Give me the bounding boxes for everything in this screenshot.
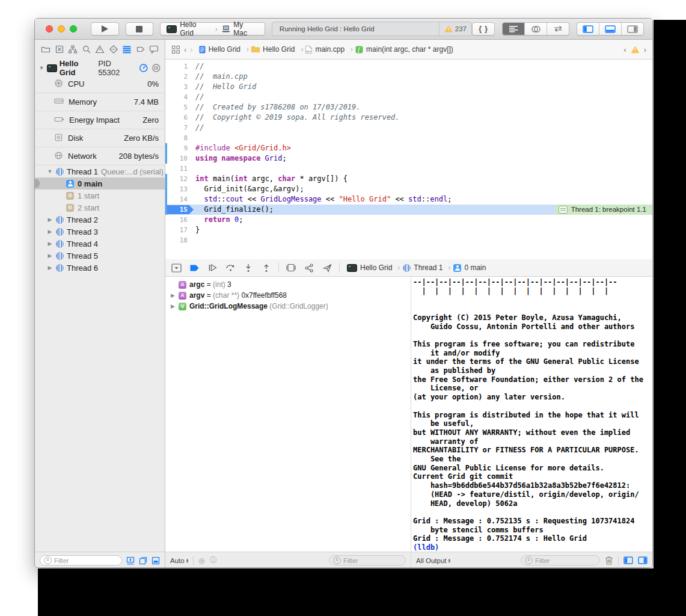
thread-row[interactable]: ▶Thread 6 <box>35 262 165 274</box>
step-out-button[interactable] <box>260 262 272 273</box>
debug-area-toggle[interactable] <box>599 23 621 35</box>
frame-row[interactable]: 2 start <box>35 202 165 214</box>
symbol-navigator-tab[interactable] <box>68 45 78 57</box>
scheme-selector[interactable]: Hello Grid › My Mac <box>160 22 265 35</box>
debug-crumb-process[interactable]: Hello Grid <box>347 263 400 272</box>
thread-row[interactable]: ▶Thread 3 <box>35 226 165 238</box>
code-review-button[interactable]: { } <box>472 22 495 35</box>
gauge-row-energy-impact[interactable]: Energy ImpactZero <box>35 111 165 129</box>
line-number[interactable]: 10 <box>165 153 188 164</box>
disclosure-closed-icon[interactable]: ▶ <box>170 303 176 309</box>
disclosure-closed-icon[interactable]: ▶ <box>47 229 53 235</box>
variables-scope-popup[interactable]: Auto ▴▾ <box>170 557 188 564</box>
step-over-button[interactable] <box>224 262 236 273</box>
inspector-panel-toggle[interactable] <box>621 23 643 35</box>
variables-view-toggle-icon[interactable] <box>623 556 633 564</box>
trash-icon[interactable] <box>605 556 613 565</box>
zoom-button[interactable] <box>70 25 77 32</box>
breakpoints-toggle-button[interactable] <box>188 262 200 273</box>
frame-row[interactable]: 0 main <box>35 177 165 189</box>
line-number[interactable]: 11 <box>165 164 188 174</box>
thread-row[interactable]: ▶Thread 5 <box>35 250 165 262</box>
thread-row[interactable]: ▶Thread 4 <box>35 238 165 250</box>
frame-row[interactable]: 1 start <box>35 189 165 202</box>
simulate-location-button[interactable] <box>321 262 333 273</box>
debug-crumb-frame[interactable]: 0 main <box>453 263 491 272</box>
navigator-panel-toggle[interactable] <box>577 23 599 35</box>
gauge-row-network[interactable]: Network208 bytes/s <box>35 147 165 165</box>
minimize-button[interactable] <box>58 25 65 32</box>
memory-graph-icon[interactable] <box>152 63 161 73</box>
breadcrumb-group[interactable]: Hello Grid <box>251 45 303 54</box>
disclosure-closed-icon[interactable]: ▶ <box>170 292 176 298</box>
variable-row[interactable]: ▶Aargv = (char **) 0x7ffeefbff568 <box>165 290 411 301</box>
related-items-icon[interactable] <box>171 45 180 54</box>
navigator-filter-field[interactable]: ≡ <box>40 555 122 565</box>
line-number[interactable]: 1 <box>165 61 188 72</box>
issue-navigator-tab[interactable] <box>95 45 105 57</box>
view-hierarchy-button[interactable] <box>285 262 297 273</box>
source-control-navigator-tab[interactable] <box>55 45 64 57</box>
variable-row[interactable]: Aargc = (int) 3 <box>165 279 411 290</box>
hide-debug-area-button[interactable] <box>170 262 182 273</box>
compress-frames-icon[interactable] <box>139 556 147 565</box>
line-number[interactable]: 7 <box>165 123 188 133</box>
thread-row[interactable]: ▼Thread 1Queue:...d (serial) <box>35 165 165 177</box>
console-filter-input[interactable] <box>535 557 596 564</box>
run-button[interactable] <box>91 22 119 35</box>
assistant-editor-button[interactable] <box>524 23 547 35</box>
console-filter-field[interactable]: ≡ <box>521 555 600 565</box>
gauge-row-disk[interactable]: DiskZero KB/s <box>35 129 165 147</box>
back-button[interactable]: ‹ <box>184 45 186 54</box>
continue-button[interactable] <box>206 262 218 273</box>
disclosure-open-icon[interactable]: ▼ <box>47 168 53 174</box>
breakpoint-annotation[interactable]: Thread 1: breakpoint 1.1 <box>556 205 652 215</box>
info-icon[interactable]: ⓘ <box>210 555 217 565</box>
variables-filter-field[interactable]: ≡ <box>329 555 406 565</box>
breadcrumb-symbol[interactable]: f main(int argc, char * argv[]) <box>355 45 459 54</box>
line-number[interactable]: 9 <box>165 143 188 153</box>
test-navigator-tab[interactable] <box>109 45 118 57</box>
disclosure-open-icon[interactable]: ▼ <box>38 65 44 71</box>
line-number[interactable]: 6 <box>165 112 188 123</box>
gauge-icon[interactable] <box>139 63 149 73</box>
line-number[interactable]: 13 <box>165 184 188 194</box>
navigator-filter-input[interactable] <box>54 557 118 564</box>
line-number[interactable]: 14 <box>165 194 188 205</box>
line-number[interactable]: 12 <box>165 174 188 184</box>
disclosure-closed-icon[interactable]: ▶ <box>47 265 53 271</box>
project-navigator-tab[interactable] <box>41 45 51 57</box>
debug-crumb-thread[interactable]: Thread 1 <box>403 263 450 272</box>
line-number[interactable]: 15 <box>165 205 188 215</box>
activity-viewer[interactable]: Running Hello Grid : Hello Grid 237 <box>272 22 472 36</box>
step-into-button[interactable] <box>242 262 254 273</box>
console-scope-popup[interactable]: All Output ▴▾ <box>416 557 450 564</box>
running-filter-icon[interactable] <box>126 556 135 565</box>
breadcrumb-project[interactable]: Hello Grid <box>199 45 249 54</box>
variable-row[interactable]: ▶VGrid::GridLogMessage (Grid::GridLogger… <box>165 301 411 312</box>
source-editor[interactable]: 1//2// main.cpp3// Hello Grid4//5// Crea… <box>165 60 652 259</box>
variables-filter-input[interactable] <box>343 557 402 564</box>
line-number[interactable]: 4 <box>165 92 188 102</box>
find-navigator-tab[interactable] <box>82 45 91 57</box>
group-by-queue-icon[interactable] <box>152 556 160 565</box>
standard-editor-button[interactable] <box>503 23 524 35</box>
close-button[interactable] <box>46 25 53 32</box>
next-issue-button[interactable]: › <box>644 45 646 54</box>
scope-icon[interactable]: ◎ <box>198 556 204 565</box>
stop-button[interactable] <box>126 22 154 35</box>
gauge-row-cpu[interactable]: CPU0% <box>35 75 165 93</box>
memory-graph-button[interactable] <box>303 262 315 273</box>
warning-icon[interactable] <box>631 46 640 54</box>
report-navigator-tab[interactable] <box>149 45 159 57</box>
line-number[interactable]: 3 <box>165 82 188 92</box>
version-editor-button[interactable] <box>547 23 569 35</box>
line-number[interactable]: 18 <box>165 235 188 245</box>
line-number[interactable]: 8 <box>165 133 188 143</box>
warning-count-badge[interactable]: 237 <box>439 22 467 35</box>
forward-button[interactable]: › <box>190 45 192 54</box>
gauge-row-memory[interactable]: Memory7.4 MB <box>35 93 165 111</box>
disclosure-closed-icon[interactable]: ▶ <box>47 253 53 259</box>
disclosure-closed-icon[interactable]: ▶ <box>47 217 53 223</box>
debug-navigator-tab[interactable] <box>122 45 132 57</box>
